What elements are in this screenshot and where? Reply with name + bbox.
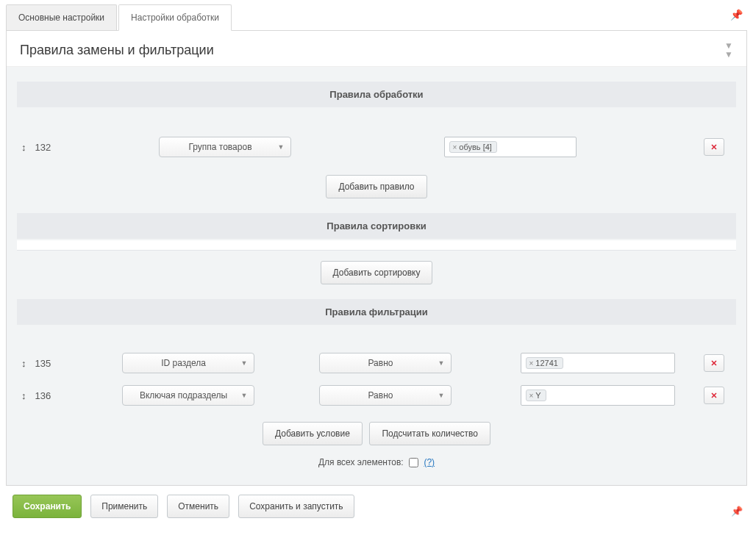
drag-handle-icon[interactable]: ↕ bbox=[21, 390, 26, 401]
for-all-row: Для всех элементов: (?) bbox=[17, 453, 736, 473]
rule-id: 132 bbox=[35, 142, 65, 153]
delete-filter-button[interactable] bbox=[704, 387, 724, 404]
add-sort-button[interactable]: Добавить сортировку bbox=[321, 261, 433, 284]
delete-icon bbox=[710, 359, 718, 367]
add-rule-button[interactable]: Добавить правило bbox=[326, 175, 427, 198]
select-value: Равно bbox=[368, 390, 393, 401]
rule-field-select[interactable]: Группа товаров ▼ bbox=[159, 137, 291, 157]
delete-icon bbox=[710, 391, 718, 400]
tag-remove-icon[interactable]: × bbox=[529, 392, 534, 400]
drag-handle-icon[interactable]: ↕ bbox=[21, 358, 26, 369]
filter-value-input[interactable]: ×Y bbox=[521, 385, 675, 406]
chevron-down-icon: ▼ bbox=[241, 392, 248, 399]
delete-icon bbox=[710, 143, 718, 151]
drag-handle-icon[interactable]: ↕ bbox=[21, 142, 26, 153]
cancel-button[interactable]: Отменить bbox=[167, 495, 229, 518]
select-value: Равно bbox=[368, 358, 393, 368]
select-value: ID раздела bbox=[161, 358, 206, 368]
tab-main-settings[interactable]: Основные настройки bbox=[6, 4, 117, 30]
tag-label: Y bbox=[535, 391, 540, 400]
section-filtering-title: Правила фильтрации bbox=[17, 299, 736, 325]
filter-field-select[interactable]: ID раздела ▼ bbox=[122, 353, 254, 373]
filter-row: ↕ 136 Включая подразделы ▼ Равно ▼ ×Y bbox=[17, 379, 736, 412]
sort-empty-area bbox=[17, 240, 736, 251]
apply-button[interactable]: Применить bbox=[90, 495, 158, 518]
pin-icon[interactable]: 📌 bbox=[730, 9, 743, 21]
rule-row: ↕ 132 Группа товаров ▼ ×обувь [4] bbox=[17, 129, 736, 165]
section-processing-title: Правила обработки bbox=[17, 82, 736, 107]
tag-label: обувь [4] bbox=[459, 143, 492, 151]
collapse-icon[interactable]: ▼▼ bbox=[724, 41, 733, 59]
chevron-down-icon: ▼ bbox=[438, 392, 445, 399]
pin-icon[interactable]: 📌 bbox=[731, 506, 743, 517]
save-button[interactable]: Сохранить bbox=[13, 495, 82, 518]
delete-rule-button[interactable] bbox=[704, 138, 724, 156]
delete-filter-button[interactable] bbox=[704, 354, 724, 372]
chevron-down-icon: ▼ bbox=[241, 359, 248, 367]
help-link[interactable]: (?) bbox=[424, 457, 435, 467]
select-value: Группа товаров bbox=[188, 142, 251, 152]
count-button[interactable]: Подсчитать количество bbox=[369, 422, 490, 445]
tag-remove-icon[interactable]: × bbox=[529, 359, 534, 367]
tab-processing-settings[interactable]: Настройки обработки bbox=[118, 4, 232, 31]
panel: Правила замены и фильтрации ▼▼ Правила о… bbox=[6, 31, 747, 486]
chevron-down-icon: ▼ bbox=[278, 143, 285, 151]
for-all-label: Для всех элементов: bbox=[318, 457, 404, 467]
filter-id: 136 bbox=[35, 390, 65, 401]
add-condition-button[interactable]: Добавить условие bbox=[263, 422, 363, 445]
panel-title: Правила замены и фильтрации bbox=[20, 43, 214, 58]
save-and-run-button[interactable]: Сохранить и запустить bbox=[238, 495, 354, 518]
rule-value-input[interactable]: ×обувь [4] bbox=[444, 137, 577, 157]
section-sorting-title: Правила сортировки bbox=[17, 213, 736, 239]
filter-id: 135 bbox=[35, 358, 65, 369]
filter-field-select[interactable]: Включая подразделы ▼ bbox=[122, 385, 254, 406]
filter-op-select[interactable]: Равно ▼ bbox=[319, 353, 452, 373]
chevron-down-icon: ▼ bbox=[438, 359, 445, 367]
filter-row: ↕ 135 ID раздела ▼ Равно ▼ ×12741 bbox=[17, 347, 736, 379]
tag-label: 12741 bbox=[535, 359, 558, 367]
filter-op-select[interactable]: Равно ▼ bbox=[319, 385, 452, 406]
filter-value-input[interactable]: ×12741 bbox=[521, 353, 675, 373]
tag-remove-icon[interactable]: × bbox=[453, 143, 457, 151]
select-value: Включая подразделы bbox=[140, 390, 227, 401]
for-all-checkbox[interactable] bbox=[409, 458, 418, 467]
